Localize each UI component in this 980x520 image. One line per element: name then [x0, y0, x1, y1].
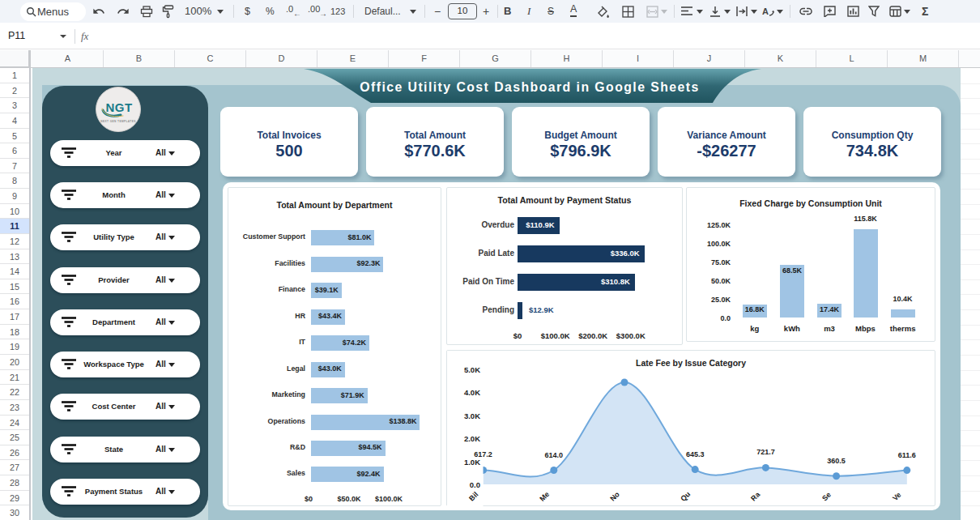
- svg-text:NEXT GEN TEMPLATES: NEXT GEN TEMPLATES: [100, 120, 135, 123]
- svg-text:A: A: [762, 6, 769, 16]
- svg-text:NGT: NGT: [105, 100, 132, 114]
